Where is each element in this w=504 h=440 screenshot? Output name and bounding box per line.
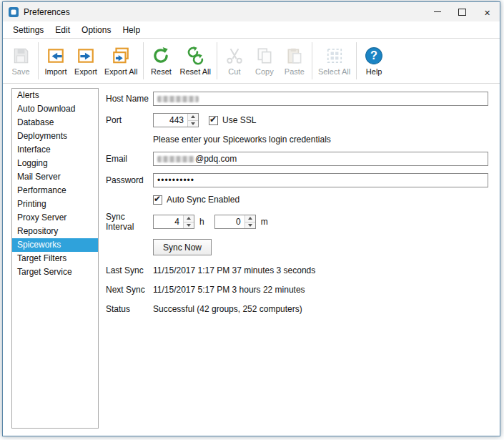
- import-label: Import: [44, 67, 66, 76]
- content-area: Alerts Auto Download Database Deployment…: [3, 84, 500, 436]
- reset-all-icon: [186, 47, 204, 65]
- minutes-unit-label: m: [261, 217, 268, 227]
- save-button[interactable]: Save: [6, 40, 36, 82]
- sidebar-item[interactable]: Target Filters: [12, 252, 98, 265]
- minutes-spin-up[interactable]: [245, 215, 255, 222]
- password-input[interactable]: ••••••••••: [153, 173, 488, 187]
- menu-item-edit[interactable]: Edit: [49, 23, 76, 37]
- host-name-input[interactable]: [153, 92, 488, 106]
- sidebar-item[interactable]: Printing: [12, 197, 98, 211]
- select-all-label: Select All: [318, 67, 350, 76]
- sidebar-item[interactable]: Alerts: [12, 89, 98, 102]
- title-bar: Preferences: [3, 2, 500, 21]
- help-button[interactable]: ? Help: [359, 40, 389, 82]
- copy-icon: [255, 47, 274, 65]
- menu-item-options[interactable]: Options: [76, 23, 117, 37]
- sidebar-item[interactable]: Proxy Server: [12, 211, 98, 225]
- menu-item-settings[interactable]: Settings: [7, 23, 49, 37]
- select-all-icon: [325, 47, 344, 65]
- auto-sync-checkbox[interactable]: [153, 195, 162, 205]
- password-label: Password: [106, 175, 153, 185]
- maximize-button[interactable]: [450, 2, 475, 21]
- export-all-label: Export All: [104, 67, 137, 76]
- port-spin-up[interactable]: [188, 114, 198, 120]
- toolbar-separator: [217, 42, 217, 79]
- host-name-label: Host Name: [106, 94, 153, 104]
- cut-button[interactable]: Cut: [219, 40, 249, 82]
- save-icon: [11, 47, 30, 65]
- export-icon: [76, 47, 95, 65]
- reset-all-button[interactable]: Reset All: [176, 40, 214, 82]
- toolbar-separator: [312, 42, 312, 79]
- help-icon: ?: [365, 47, 383, 65]
- status-value: Successful (42 groups, 252 computers): [153, 304, 302, 314]
- sync-minutes-value: 0: [215, 215, 244, 228]
- reset-all-label: Reset All: [179, 67, 210, 76]
- port-value: 443: [154, 114, 187, 127]
- close-button[interactable]: [475, 2, 500, 21]
- paste-icon: [285, 47, 304, 65]
- close-icon: [484, 6, 490, 19]
- minimize-icon: [434, 11, 441, 12]
- save-label: Save: [11, 67, 29, 76]
- toolbar-separator: [356, 42, 357, 79]
- paste-label: Paste: [285, 67, 305, 76]
- redacted-text: [157, 96, 199, 102]
- hours-spin-down[interactable]: [184, 222, 194, 229]
- email-domain: @pdq.com: [195, 154, 237, 164]
- spiceworks-settings-panel: Host Name Port 443 Use SSL: [99, 88, 490, 429]
- export-button[interactable]: Export: [71, 40, 101, 82]
- toolbar-separator: [143, 42, 144, 79]
- sync-hours-spinner[interactable]: 4: [153, 215, 194, 229]
- export-all-icon: [112, 47, 130, 65]
- import-button[interactable]: Import: [41, 40, 71, 82]
- paste-button[interactable]: Paste: [280, 40, 310, 82]
- select-all-button[interactable]: Select All: [315, 40, 354, 82]
- minutes-spin-down[interactable]: [245, 222, 255, 229]
- menu-bar: Settings Edit Options Help: [3, 21, 500, 38]
- export-all-button[interactable]: Export All: [101, 40, 141, 82]
- port-label: Port: [106, 115, 153, 125]
- hours-unit-label: h: [199, 217, 204, 227]
- email-label: Email: [106, 154, 153, 164]
- sidebar-item[interactable]: Deployments: [12, 129, 98, 143]
- maximize-icon: [458, 9, 466, 16]
- sidebar-item[interactable]: Spiceworks: [12, 238, 98, 252]
- sync-minutes-spinner[interactable]: 0: [214, 215, 256, 229]
- email-input[interactable]: @pdq.com: [153, 152, 488, 166]
- port-spin-down[interactable]: [188, 120, 198, 127]
- svg-text:?: ?: [370, 49, 377, 62]
- import-icon: [46, 47, 65, 65]
- menu-item-help[interactable]: Help: [117, 23, 146, 37]
- sidebar-item[interactable]: Auto Download: [12, 102, 98, 116]
- sidebar-item[interactable]: Target Service: [12, 265, 98, 279]
- export-label: Export: [74, 67, 97, 76]
- cut-icon: [225, 47, 244, 65]
- status-label: Status: [106, 304, 153, 314]
- port-spinner[interactable]: 443: [153, 113, 199, 127]
- use-ssl-checkbox[interactable]: [209, 116, 218, 125]
- reset-button[interactable]: Reset: [146, 40, 176, 82]
- window-title: Preferences: [24, 7, 70, 17]
- sidebar-item[interactable]: Mail Server: [12, 170, 98, 184]
- hours-spin-up[interactable]: [184, 215, 194, 222]
- last-sync-label: Last Sync: [106, 265, 153, 275]
- cut-label: Cut: [228, 67, 240, 76]
- sync-now-button[interactable]: Sync Now: [153, 239, 212, 255]
- help-label: Help: [366, 67, 382, 76]
- minimize-button[interactable]: [425, 2, 450, 21]
- toolbar: Save Import Export Export All: [3, 38, 500, 84]
- settings-category-list: Alerts Auto Download Database Deployment…: [11, 88, 99, 429]
- app-icon: [8, 6, 19, 18]
- sidebar-item[interactable]: Interface: [12, 143, 98, 157]
- sidebar-item[interactable]: Repository: [12, 225, 98, 238]
- use-ssl-label: Use SSL: [222, 115, 256, 125]
- credentials-note: Please enter your Spiceworks login crede…: [153, 135, 488, 145]
- copy-button[interactable]: Copy: [249, 40, 280, 82]
- sidebar-item[interactable]: Logging: [12, 157, 98, 170]
- toolbar-separator: [38, 42, 39, 79]
- sidebar-item[interactable]: Performance: [12, 184, 98, 197]
- reset-icon: [152, 47, 170, 65]
- sidebar-item[interactable]: Database: [12, 116, 98, 129]
- next-sync-value: 11/15/2017 5:17 PM 3 hours 22 minutes: [153, 285, 305, 295]
